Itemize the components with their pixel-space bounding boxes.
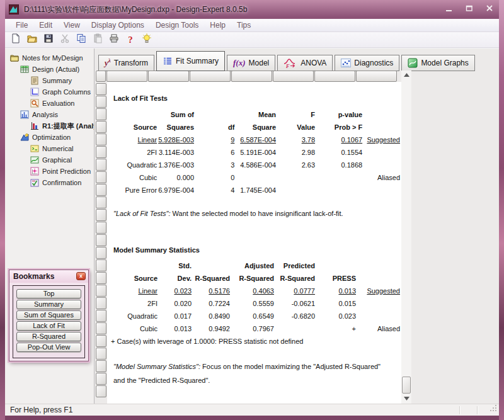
- strip-blank-button[interactable]: [96, 272, 106, 284]
- transform-icon: yλ: [105, 57, 111, 68]
- strip-blank-button[interactable]: [96, 373, 106, 385]
- strip-blank-button[interactable]: [96, 335, 106, 347]
- tab-fit-summary[interactable]: Fit Summary: [156, 51, 225, 71]
- menu-item-display-options[interactable]: Display Options: [86, 20, 150, 31]
- vertical-scrollbar[interactable]: [401, 71, 411, 404]
- lack-of-fit-table: Sum of Mean Fp-value SourceSquares dfSqu…: [108, 108, 401, 196]
- strip-blank-button[interactable]: [96, 234, 106, 246]
- tree-item-point-prediction[interactable]: Point Prediction: [5, 166, 94, 177]
- strip-blank-button[interactable]: [96, 385, 106, 397]
- blank-segment-button[interactable]: [96, 71, 106, 82]
- tree-item-evaluation[interactable]: Evaluation: [5, 98, 94, 109]
- evaluation-magnifier-icon: [30, 99, 39, 108]
- tab-anova[interactable]: F ANOVA: [277, 55, 333, 71]
- blank-segment-button[interactable]: [231, 71, 272, 82]
- blank-segment-button[interactable]: [106, 71, 147, 82]
- strip-blank-button[interactable]: [96, 360, 106, 372]
- tab-diagnostics[interactable]: Diagnostics: [335, 55, 399, 71]
- tab-model-graphs[interactable]: Model Graphs: [401, 55, 474, 71]
- new-file-button[interactable]: [9, 33, 23, 47]
- copy-icon: [76, 33, 86, 46]
- bookmarks-close-button[interactable]: x: [76, 272, 86, 280]
- strip-blank-button[interactable]: [96, 247, 106, 259]
- print-button[interactable]: [107, 33, 121, 47]
- strip-blank-button[interactable]: [96, 222, 106, 234]
- resize-grip[interactable]: [490, 404, 498, 414]
- menu-item-view[interactable]: View: [58, 20, 86, 31]
- bookmarks-palette[interactable]: Bookmarks x TopSummarySum of SquaresLack…: [9, 270, 89, 361]
- status-bar: For Help, press F1: [5, 404, 499, 416]
- menu-item-tips[interactable]: Tips: [231, 20, 256, 31]
- tree-item-r1-analyz[interactable]: R1:提取率 (Analyz: [5, 120, 94, 132]
- scroll-down-button[interactable]: [402, 394, 411, 403]
- blank-segment-button[interactable]: [356, 71, 397, 82]
- strip-blank-button[interactable]: [96, 322, 106, 334]
- table-row: Cubic0.013 0.94920.7967 + Aliased: [108, 322, 401, 335]
- tips-button[interactable]: [140, 33, 154, 47]
- tree-item-summary[interactable]: Summary: [5, 75, 94, 86]
- strip-blank-button[interactable]: [96, 83, 106, 95]
- blank-segment-button[interactable]: [148, 71, 189, 82]
- bookmark-button-lack-of-fit[interactable]: Lack of Fit: [16, 321, 81, 331]
- cut-button[interactable]: [58, 33, 72, 47]
- save-button[interactable]: [42, 33, 55, 47]
- menu-item-edit[interactable]: Edit: [33, 20, 58, 31]
- tree-item-numerical[interactable]: Numerical: [5, 143, 94, 154]
- blank-segment-button[interactable]: [273, 71, 314, 82]
- table-row: 2FI0.020 0.72240.5559 -0.06210.015: [108, 297, 401, 310]
- bookmark-button-sum-of-squares[interactable]: Sum of Squares: [16, 310, 81, 320]
- model-summary-note-line2: and the "Predicted R-Squared".: [113, 377, 210, 384]
- close-button[interactable]: [484, 4, 495, 13]
- bookmark-button-summary[interactable]: Summary: [16, 300, 81, 309]
- strip-blank-button[interactable]: [96, 209, 106, 221]
- bookmark-button-r-squared[interactable]: R-Squared: [16, 332, 81, 341]
- strip-blank-button[interactable]: [96, 96, 106, 108]
- tree-item-analysis[interactable]: Analysis: [5, 109, 94, 120]
- strip-blank-button[interactable]: [96, 310, 106, 322]
- strip-blank-button[interactable]: [96, 285, 106, 297]
- strip-blank-button[interactable]: [96, 297, 106, 309]
- tree-item-notes-for-mydesign[interactable]: Notes for MyDesign: [5, 52, 94, 64]
- minimize-button[interactable]: [444, 4, 455, 13]
- tab-transform[interactable]: yλ Transform: [98, 55, 154, 71]
- strip-blank-button[interactable]: [96, 348, 106, 360]
- toolbar: ?: [5, 32, 499, 48]
- open-folder-button[interactable]: [25, 33, 39, 47]
- scrollbar-thumb[interactable]: [402, 377, 411, 394]
- copy-button[interactable]: [74, 33, 88, 47]
- strip-blank-button[interactable]: [96, 159, 106, 171]
- bookmark-button-top[interactable]: Top: [16, 289, 81, 298]
- menu-item-design-tools[interactable]: Design Tools: [150, 20, 204, 31]
- strip-blank-button[interactable]: [96, 146, 106, 158]
- title-bar[interactable]: D:\111\实验\软件\响应面数据\MyDesign.dxp - Design…: [0, 0, 504, 19]
- tree-item-confirmation[interactable]: Confirmation: [5, 177, 94, 188]
- blank-segment-button[interactable]: [190, 71, 231, 82]
- tree-item-optimization[interactable]: Optimization: [5, 132, 94, 143]
- maximize-button[interactable]: [464, 4, 475, 13]
- strip-blank-button[interactable]: [96, 171, 106, 183]
- tree-item-graph-columns[interactable]: Graph Columns: [5, 86, 94, 98]
- tree-item-design-actual[interactable]: Design (Actual): [5, 64, 94, 75]
- help-button[interactable]: ?: [123, 33, 137, 47]
- tab-model[interactable]: f(x) Model: [227, 55, 275, 71]
- open-folder-icon: [27, 33, 37, 46]
- table-row: Std. Adjusted Predicted: [108, 259, 401, 272]
- strip-blank-button[interactable]: [96, 108, 106, 120]
- menu-item-file[interactable]: File: [10, 20, 33, 31]
- bookmarks-panel: TopSummarySum of SquaresLack of FitR-Squ…: [13, 285, 85, 358]
- strip-blank-button[interactable]: [96, 259, 106, 271]
- response-histogram-icon: [30, 122, 39, 130]
- strip-blank-button[interactable]: [96, 184, 106, 196]
- strip-blank-button[interactable]: [96, 196, 106, 208]
- press-footnote: + Case(s) with leverage of 1.0000: PRESS…: [111, 338, 303, 345]
- bookmark-button-pop-out-view[interactable]: Pop-Out View: [16, 343, 81, 352]
- menu-item-help[interactable]: Help: [204, 20, 231, 31]
- table-row: 2FI3.114E-003 65.191E-004 2.980.1554: [108, 146, 401, 159]
- blank-segment-button[interactable]: [314, 71, 355, 82]
- scroll-up-button[interactable]: [402, 71, 411, 79]
- strip-blank-button[interactable]: [96, 133, 106, 145]
- tree-item-graphical[interactable]: Graphical: [5, 154, 94, 166]
- paste-button[interactable]: [91, 33, 105, 47]
- strip-blank-button[interactable]: [96, 121, 106, 133]
- tips-icon: [142, 33, 152, 46]
